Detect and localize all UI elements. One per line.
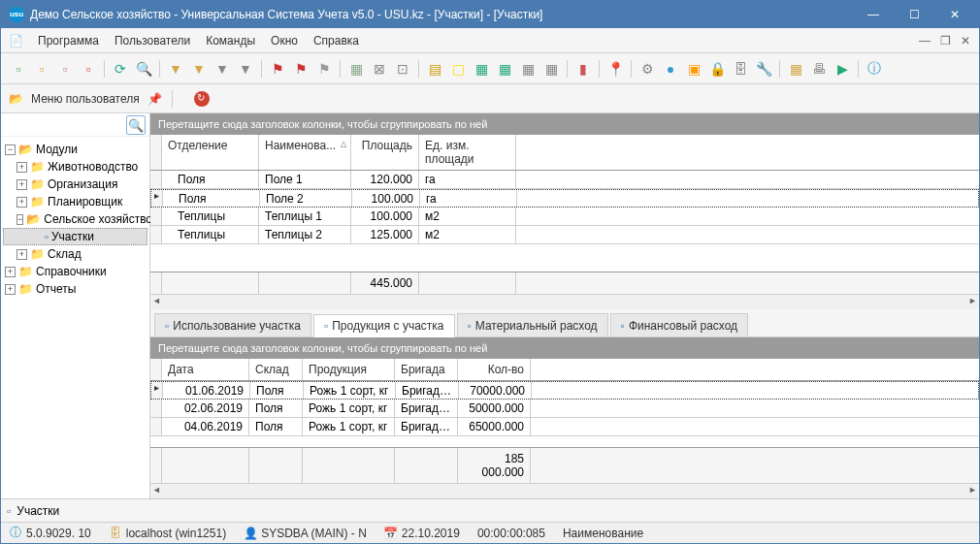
- tb-x2-icon[interactable]: ⊡: [393, 59, 412, 79]
- main-toolbar: ▫ ▫ ▫ ▫ ⟳ 🔍 ▼ ▼ ▼ ▼ ⚑ ⚑ ⚑ ▦ ⊠ ⊡ ▤ ▢ ▦ ▦ …: [1, 53, 979, 84]
- tb-flag3-icon[interactable]: ⚑: [314, 59, 334, 79]
- minimize-button[interactable]: —: [853, 1, 894, 28]
- tb-print-icon[interactable]: 🖶: [809, 59, 829, 79]
- tb-col-icon[interactable]: ▤: [425, 59, 444, 79]
- reload-red-button[interactable]: [194, 91, 210, 107]
- search-button[interactable]: 🔍: [126, 115, 146, 135]
- user-menu-label[interactable]: Меню пользователя: [31, 92, 140, 106]
- tab-finance[interactable]: ▫Финансовый расход: [610, 313, 749, 336]
- col-qty[interactable]: Кол-во: [458, 359, 531, 380]
- tb-play-icon[interactable]: ▶: [833, 59, 852, 79]
- tree-item-livestock[interactable]: + 📁 Животноводство: [3, 158, 147, 176]
- tb-filter4-icon[interactable]: ▼: [236, 59, 255, 79]
- grid-row[interactable]: Теплицы Теплицы 1 100.000 м2: [150, 208, 979, 226]
- tb-lock-icon[interactable]: 🔒: [707, 59, 727, 79]
- expand-icon[interactable]: +: [16, 179, 27, 190]
- menu-commands[interactable]: Команды: [198, 31, 263, 50]
- tab-products[interactable]: ▫Продукция с участка: [313, 314, 455, 337]
- group-panel-hint-2[interactable]: Перетащите сюда заголовок колонки, чтобы…: [150, 337, 979, 359]
- sort-asc-icon: △: [341, 140, 346, 148]
- col-name[interactable]: Наименова...△: [259, 135, 351, 170]
- tb-tool-icon[interactable]: 🔧: [754, 59, 773, 79]
- mdi-close-icon[interactable]: ✕: [958, 32, 973, 49]
- close-button[interactable]: ✕: [934, 1, 975, 28]
- tb-x1-icon[interactable]: ⊠: [370, 59, 389, 79]
- grid-row[interactable]: Поля Поле 1 120.000 га: [150, 171, 979, 189]
- col-prod[interactable]: Продукция: [303, 359, 395, 380]
- tb-filter-icon[interactable]: ▼: [166, 59, 185, 79]
- mdi-max-icon[interactable]: ❐: [937, 32, 954, 49]
- tb-filter2-icon[interactable]: ▼: [189, 59, 209, 79]
- tab-material[interactable]: ▫Материальный расход: [457, 313, 608, 336]
- tb-new-icon[interactable]: ▫: [9, 59, 28, 79]
- tb-edit-icon[interactable]: ▫: [55, 59, 75, 79]
- tb-info-icon[interactable]: ⓘ: [865, 59, 884, 79]
- tb-open-icon[interactable]: ▫: [32, 59, 51, 79]
- menu-users[interactable]: Пользователи: [107, 31, 198, 50]
- tb-flag-icon[interactable]: ⚑: [268, 59, 287, 79]
- tb-data-icon[interactable]: ▦: [518, 59, 538, 79]
- folder-icon: 📂: [18, 143, 33, 156]
- status-date: 📅22.10.2019: [384, 527, 460, 540]
- tree-item-plots[interactable]: ▫ Участки: [3, 228, 147, 245]
- group-panel-hint[interactable]: Перетащите сюда заголовок колонки, чтобы…: [150, 113, 979, 135]
- menu-window[interactable]: Окно: [263, 31, 306, 50]
- tree-root-modules[interactable]: − 📂 Модули: [3, 141, 147, 158]
- col-unit[interactable]: Ед. изм. площади: [419, 135, 516, 170]
- tb-pin-icon[interactable]: 📍: [605, 59, 625, 79]
- tree-item-ref[interactable]: + 📁 Справочники: [3, 263, 147, 280]
- row-marker: [150, 208, 162, 225]
- tb-flag2-icon[interactable]: ⚑: [291, 59, 310, 79]
- tb-filter3-icon[interactable]: ▼: [212, 59, 232, 79]
- expand-icon[interactable]: +: [16, 162, 27, 173]
- grid-row-selected[interactable]: ▸ Поля Поле 2 100.000 га: [150, 189, 979, 208]
- collapse-icon[interactable]: −: [16, 214, 23, 225]
- expand-icon[interactable]: +: [16, 197, 27, 208]
- secondary-bar: 📂 Меню пользователя 📌: [1, 84, 979, 113]
- grid-row-selected[interactable]: ▸ 01.06.2019 Поля Рожь 1 сорт, кг Бригад…: [150, 381, 979, 400]
- sidebar: 🔍 − 📂 Модули + 📁 Животноводство + 📁 Орга…: [1, 113, 150, 498]
- col-area[interactable]: Площадь: [351, 135, 419, 170]
- tb-gear-icon[interactable]: ⚙: [637, 59, 657, 79]
- app-icon: usu: [9, 7, 24, 22]
- tb-chart-icon[interactable]: ▮: [573, 59, 593, 79]
- col-date[interactable]: Дата: [162, 359, 249, 380]
- tree-item-org[interactable]: + 📁 Организация: [3, 176, 147, 193]
- tab-usage[interactable]: ▫Использование участка: [154, 313, 311, 336]
- window-tab-plots[interactable]: Участки: [16, 504, 59, 518]
- grid-row[interactable]: Теплицы Теплицы 2 125.000 м2: [150, 226, 979, 244]
- grid-row[interactable]: 02.06.2019 Поля Рожь 1 сорт, кг Бригада …: [150, 400, 979, 418]
- tree-item-agri[interactable]: − 📂 Сельское хозяйство: [3, 210, 147, 228]
- menu-program[interactable]: Программа: [30, 31, 107, 50]
- tb-db-icon[interactable]: 🗄: [731, 59, 750, 79]
- tb-search-icon[interactable]: 🔍: [134, 59, 153, 79]
- tb-grid-icon[interactable]: ▦: [346, 59, 366, 79]
- col-dep[interactable]: Отделение: [162, 135, 259, 170]
- tb-link-icon[interactable]: ▦: [541, 59, 561, 79]
- pin-icon[interactable]: 📌: [147, 92, 162, 106]
- grid-row[interactable]: 04.06.2019 Поля Рожь 1 сорт, кг Бригада …: [150, 418, 979, 436]
- tb-refresh-icon[interactable]: ⟳: [111, 59, 130, 79]
- col-brig[interactable]: Бригада: [395, 359, 458, 380]
- tb-imp-icon[interactable]: ▦: [495, 59, 514, 79]
- expand-icon[interactable]: +: [5, 267, 16, 277]
- mdi-min-icon[interactable]: —: [916, 32, 933, 49]
- tree-item-sched[interactable]: + 📁 Планировщик: [3, 193, 147, 210]
- tb-rss-icon[interactable]: ▣: [684, 59, 703, 79]
- maximize-button[interactable]: ☐: [894, 1, 934, 28]
- h-scrollbar[interactable]: [150, 294, 979, 309]
- col-stock[interactable]: Склад: [249, 359, 303, 380]
- tree-item-stock[interactable]: + 📁 Склад: [3, 245, 147, 263]
- menu-help[interactable]: Справка: [306, 31, 367, 50]
- row-indicator-col: [150, 135, 162, 170]
- expand-icon[interactable]: +: [5, 284, 16, 295]
- tb-grid2-icon[interactable]: ▦: [786, 59, 805, 79]
- collapse-icon[interactable]: −: [5, 144, 16, 155]
- tb-xls-icon[interactable]: ▦: [472, 59, 491, 79]
- tree-item-rep[interactable]: + 📁 Отчеты: [3, 280, 147, 298]
- tb-del-icon[interactable]: ▫: [79, 59, 98, 79]
- tb-note-icon[interactable]: ▢: [448, 59, 468, 79]
- h-scrollbar[interactable]: [150, 483, 979, 498]
- tb-ball-icon[interactable]: ●: [661, 59, 680, 79]
- expand-icon[interactable]: +: [16, 249, 27, 260]
